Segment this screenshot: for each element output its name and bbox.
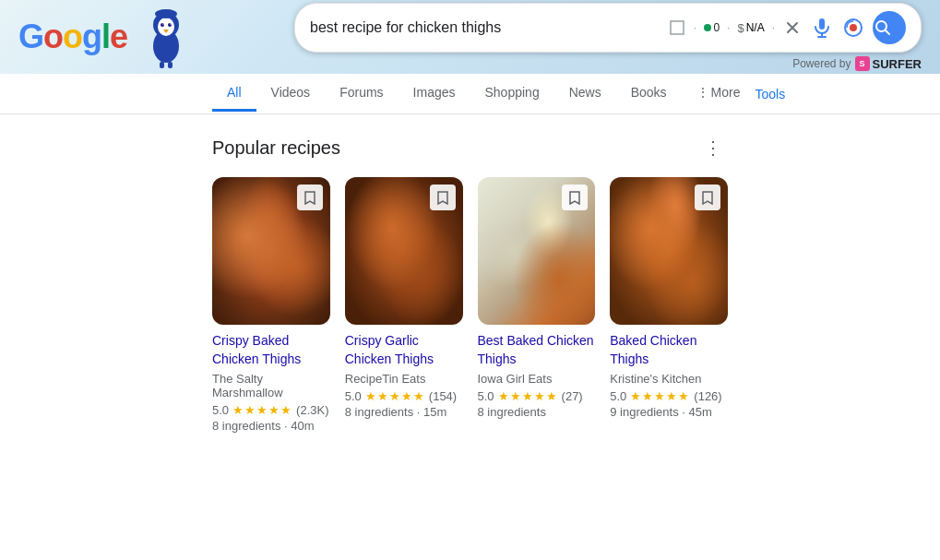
logo-letter-g2: g	[82, 18, 101, 56]
dot-divider-2: ·	[727, 21, 730, 34]
main-content: Popular recipes ⋮ Crispy Baked Chicken T…	[0, 114, 940, 451]
logo-letter-e: e	[110, 18, 127, 56]
tab-images[interactable]: Images	[399, 76, 470, 112]
tab-shopping[interactable]: Shopping	[470, 76, 554, 112]
counter-value: 0	[713, 21, 720, 34]
bookmark-button-1[interactable]	[297, 185, 323, 210]
recipe-card-2[interactable]: Crispy Garlic Chicken Thighs RecipeTin E…	[345, 177, 463, 433]
recipe-meta-4: 9 ingredients · 45m	[610, 405, 728, 419]
tab-forums[interactable]: Forums	[325, 76, 398, 112]
search-icons: · 0 · $ N/A ·	[668, 11, 906, 44]
image-search-button[interactable]	[841, 16, 865, 40]
surfer-logo: S SURFER	[855, 56, 922, 71]
stars-2: ★★★★★	[365, 389, 425, 403]
rating-score-1: 5.0	[212, 403, 229, 417]
stars-1: ★★★★★	[232, 403, 292, 417]
logo-letter-o-dot: o	[43, 18, 63, 56]
svg-rect-10	[160, 62, 164, 68]
recipe-meta-1: 8 ingredients · 40m	[212, 419, 330, 433]
recipe-title-3[interactable]: Best Baked Chicken Thighs	[478, 332, 596, 368]
search-bar-area: best recipe for chicken thighs · 0 · $ N…	[203, 3, 922, 71]
recipe-title-2[interactable]: Crispy Garlic Chicken Thighs	[345, 332, 463, 368]
stars-3: ★★★★★	[498, 389, 558, 403]
recipe-title-1[interactable]: Crispy Baked Chicken Thighs	[212, 332, 330, 368]
tab-tools[interactable]: Tools	[756, 87, 786, 101]
search-submit-button[interactable]	[873, 11, 906, 44]
recipe-image-wrap-3	[478, 177, 596, 325]
section-header: Popular recipes ⋮	[212, 133, 728, 162]
surfer-icon: S	[855, 56, 870, 71]
google-logo[interactable]: G o ogle	[18, 18, 127, 56]
recipe-image-wrap-1	[212, 177, 330, 325]
clear-search-button[interactable]	[782, 18, 803, 38]
svg-point-9	[155, 9, 177, 18]
recipe-rating-4: 5.0 ★★★★★ (126)	[610, 389, 728, 403]
recipe-image-wrap-4	[610, 177, 728, 325]
review-count-2: (154)	[429, 389, 457, 403]
logo-letter-o2: o	[63, 18, 82, 56]
svg-rect-11	[168, 62, 173, 68]
recipes-grid: Crispy Baked Chicken Thighs The Salty Ma…	[212, 177, 728, 433]
logo-letter-g1: G	[18, 18, 43, 56]
svg-rect-12	[671, 21, 684, 34]
search-bar: best recipe for chicken thighs · 0 · $ N…	[294, 3, 922, 53]
na-badge: $ N/A	[737, 21, 764, 35]
rating-score-4: 5.0	[610, 389, 626, 403]
tab-more-label: More	[711, 85, 741, 100]
navigation-tabs: All Videos Forums Images Shopping News B…	[0, 74, 940, 114]
tab-news[interactable]: News	[554, 76, 616, 112]
tab-all[interactable]: All	[212, 76, 256, 112]
svg-point-17	[850, 24, 857, 31]
recipe-image-wrap-2	[345, 177, 463, 325]
recipe-source-1: The Salty Marshmallow	[212, 372, 330, 399]
section-more-options-button[interactable]: ⋮	[698, 133, 728, 162]
stars-4: ★★★★★	[630, 389, 690, 403]
recipe-title-4[interactable]: Baked Chicken Thighs	[610, 332, 728, 368]
voice-search-button[interactable]	[810, 16, 834, 40]
more-dots-icon: ⋮	[696, 85, 709, 100]
dot-divider-3: ·	[772, 21, 775, 34]
tab-books[interactable]: Books	[616, 76, 682, 112]
svg-point-8	[170, 23, 171, 24]
dot-divider-1: ·	[694, 21, 696, 34]
green-dot-indicator	[704, 24, 711, 31]
section-title: Popular recipes	[212, 137, 340, 159]
header: G o ogle	[0, 0, 940, 74]
recipe-card-1[interactable]: Crispy Baked Chicken Thighs The Salty Ma…	[212, 177, 330, 433]
logo-letter-l: l	[101, 18, 110, 56]
recipe-meta-2: 8 ingredients · 15m	[345, 405, 463, 419]
search-input[interactable]: best recipe for chicken thighs	[310, 19, 668, 36]
rating-score-2: 5.0	[345, 389, 362, 403]
recipe-rating-2: 5.0 ★★★★★ (154)	[345, 389, 463, 403]
powered-by-label: Powered by S SURFER	[792, 56, 922, 71]
na-value: N/A	[746, 21, 765, 34]
counter-badge: 0	[704, 21, 720, 34]
dollar-icon: $	[737, 21, 744, 35]
bookmark-button-3[interactable]	[562, 185, 588, 210]
square-icon-btn[interactable]	[668, 18, 686, 37]
logo-area: G o ogle	[18, 18, 203, 56]
doodle-character	[143, 5, 189, 69]
recipe-rating-3: 5.0 ★★★★★ (27)	[478, 389, 596, 403]
logo-letter-o1: o	[43, 18, 63, 55]
recipe-source-2: RecipeTin Eats	[345, 372, 463, 386]
surfer-text: SURFER	[873, 57, 922, 71]
bookmark-button-4[interactable]	[695, 185, 720, 210]
tab-more[interactable]: ⋮ More	[682, 76, 756, 112]
review-count-3: (27)	[562, 389, 583, 403]
recipe-card-4[interactable]: Baked Chicken Thighs Kristine's Kitchen …	[610, 177, 728, 433]
tab-videos[interactable]: Videos	[256, 76, 326, 112]
review-count-4: (126)	[694, 389, 721, 403]
svg-rect-13	[819, 18, 825, 30]
powered-by-text: Powered by	[792, 57, 851, 70]
recipe-card-3[interactable]: Best Baked Chicken Thighs Iowa Girl Eats…	[478, 177, 596, 433]
recipe-rating-1: 5.0 ★★★★★ (2.3K)	[212, 403, 330, 417]
rating-score-3: 5.0	[478, 389, 494, 403]
bookmark-button-2[interactable]	[430, 185, 456, 210]
recipe-source-4: Kristine's Kitchen	[610, 372, 728, 386]
svg-point-7	[162, 23, 163, 24]
recipe-source-3: Iowa Girl Eats	[478, 372, 596, 386]
review-count-1: (2.3K)	[296, 403, 328, 417]
recipe-meta-3: 8 ingredients	[478, 405, 596, 419]
